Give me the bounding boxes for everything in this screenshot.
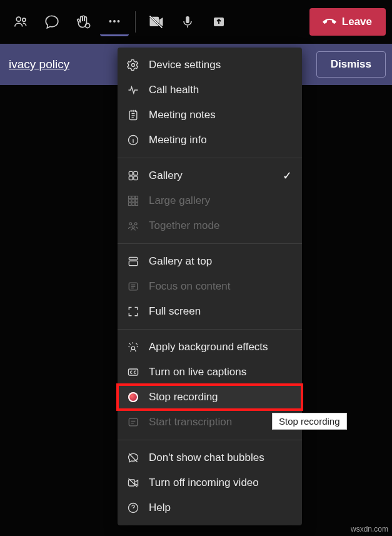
menu-full-screen[interactable]: Full screen xyxy=(118,299,302,324)
menu-label: Gallery at top xyxy=(149,255,212,268)
share-button[interactable] xyxy=(204,8,233,36)
chat-icon xyxy=(44,14,60,30)
menu-label: Stop recording xyxy=(149,391,218,403)
menu-separator xyxy=(118,329,302,330)
menu-meeting-info[interactable]: Meeting info xyxy=(118,128,302,153)
svg-rect-29 xyxy=(129,257,137,260)
menu-label: Device settings xyxy=(149,59,221,71)
menu-label: Focus on content xyxy=(149,280,230,293)
svg-rect-36 xyxy=(129,480,135,486)
menu-label: Apply background effects xyxy=(149,341,268,353)
toolbar-divider xyxy=(135,11,136,33)
leave-label: Leave xyxy=(342,16,372,28)
watermark: wsxdn.com xyxy=(351,525,388,533)
record-icon xyxy=(126,390,140,404)
background-effects-icon xyxy=(126,340,140,354)
chat-button[interactable] xyxy=(38,8,66,36)
menu-separator xyxy=(118,243,302,244)
menu-label: Together mode xyxy=(149,220,219,232)
share-tray-icon xyxy=(211,14,226,29)
together-icon xyxy=(126,219,140,233)
camera-off-icon xyxy=(148,13,165,31)
hangup-icon xyxy=(321,13,338,31)
gallery-top-icon xyxy=(126,255,140,268)
menu-meeting-notes[interactable]: Meeting notes xyxy=(118,103,302,128)
menu-apply-background[interactable]: Apply background effects xyxy=(118,335,302,360)
menu-call-health[interactable]: Call health xyxy=(118,78,302,103)
grid-large-icon xyxy=(126,194,140,208)
svg-rect-23 xyxy=(129,203,131,205)
menu-label: Help xyxy=(149,502,171,514)
video-off-icon xyxy=(126,476,140,490)
svg-rect-13 xyxy=(129,171,133,175)
svg-point-10 xyxy=(132,64,135,67)
mic-button[interactable] xyxy=(173,8,202,36)
svg-rect-34 xyxy=(129,418,137,426)
menu-label: Start transcription xyxy=(149,416,232,428)
svg-rect-33 xyxy=(129,369,138,375)
svg-rect-20 xyxy=(129,200,131,202)
dismiss-button[interactable]: Dismiss xyxy=(316,51,386,78)
focus-content-icon xyxy=(126,280,140,293)
grid-icon xyxy=(126,169,140,183)
menu-label: Turn off incoming video xyxy=(149,477,259,489)
notes-icon xyxy=(126,108,140,122)
svg-rect-15 xyxy=(129,176,133,180)
camera-button[interactable] xyxy=(142,8,171,36)
menu-label: Meeting info xyxy=(149,134,207,146)
svg-rect-21 xyxy=(132,200,134,202)
svg-point-5 xyxy=(118,20,120,23)
svg-rect-16 xyxy=(134,176,138,180)
svg-point-28 xyxy=(132,226,134,228)
more-icon xyxy=(106,13,123,29)
transcription-icon xyxy=(126,415,140,429)
more-actions-button[interactable] xyxy=(100,8,129,36)
gear-icon xyxy=(126,58,140,72)
hand-emoji-icon xyxy=(75,14,91,30)
menu-gallery-at-top[interactable]: Gallery at top xyxy=(118,249,302,274)
menu-help[interactable]: Help xyxy=(118,495,302,520)
info-icon xyxy=(126,133,140,147)
menu-label: Gallery xyxy=(149,169,183,182)
people-button[interactable] xyxy=(6,8,35,36)
call-toolbar: Leave xyxy=(0,0,392,44)
menu-label: Don't show chat bubbles xyxy=(149,452,264,464)
menu-together-mode: Together mode xyxy=(118,213,302,238)
menu-dont-show-bubbles[interactable]: Don't show chat bubbles xyxy=(118,445,302,470)
menu-turn-off-incoming-video[interactable]: Turn off incoming video xyxy=(118,470,302,495)
mic-icon xyxy=(180,14,195,29)
menu-label: Meeting notes xyxy=(149,109,216,121)
leave-button[interactable]: Leave xyxy=(309,8,386,36)
svg-point-26 xyxy=(129,223,132,225)
menu-focus-on-content: Focus on content xyxy=(118,274,302,299)
menu-label: Full screen xyxy=(149,305,201,318)
svg-rect-14 xyxy=(134,171,138,175)
menu-label: Large gallery xyxy=(149,195,210,207)
chat-off-icon xyxy=(126,451,140,465)
svg-point-0 xyxy=(16,17,21,21)
svg-point-1 xyxy=(23,18,26,21)
svg-rect-22 xyxy=(135,200,138,202)
svg-rect-30 xyxy=(129,261,137,266)
svg-point-27 xyxy=(134,223,137,225)
svg-rect-25 xyxy=(135,203,138,205)
more-actions-menu: Device settings Call health Meeting note… xyxy=(118,48,302,525)
menu-stop-recording[interactable]: Stop recording xyxy=(118,385,302,410)
svg-rect-8 xyxy=(186,16,189,23)
dismiss-label: Dismiss xyxy=(331,58,371,70)
help-icon xyxy=(126,501,140,515)
menu-gallery[interactable]: Gallery xyxy=(118,163,302,188)
svg-rect-24 xyxy=(132,203,134,205)
reactions-button[interactable] xyxy=(69,8,98,36)
menu-device-settings[interactable]: Device settings xyxy=(118,53,302,78)
menu-label: Turn on live captions xyxy=(149,366,246,378)
privacy-policy-link[interactable]: ivacy policy xyxy=(6,58,69,71)
svg-point-3 xyxy=(109,20,112,23)
svg-rect-19 xyxy=(135,196,138,199)
menu-large-gallery: Large gallery xyxy=(118,188,302,213)
menu-live-captions[interactable]: Turn on live captions xyxy=(118,360,302,385)
fullscreen-icon xyxy=(126,305,140,318)
cc-icon xyxy=(126,365,140,379)
menu-separator xyxy=(118,158,302,158)
people-icon xyxy=(13,14,29,30)
